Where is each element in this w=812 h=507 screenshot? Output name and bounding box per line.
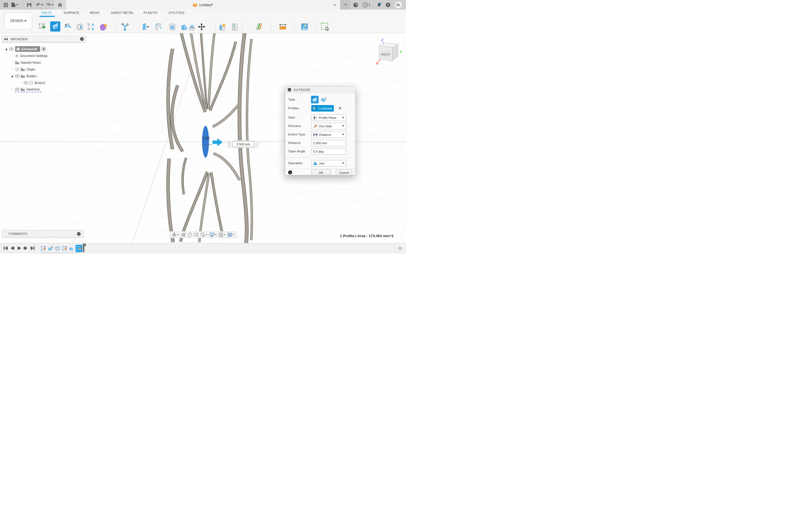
activate-radio-icon[interactable]	[42, 47, 46, 51]
timeline-step-back-button[interactable]	[10, 246, 14, 251]
offset-face-button[interactable]	[188, 22, 196, 31]
app-grid-icon[interactable]	[2, 0, 9, 10]
create-form-button[interactable]	[99, 22, 108, 31]
tab-surface[interactable]: SURFACE	[63, 11, 79, 15]
taper-angle-input[interactable]	[311, 148, 346, 155]
browser-header[interactable]: BROWSER –	[2, 36, 86, 42]
job-status-button[interactable]: 1	[361, 0, 372, 10]
combine-button[interactable]	[180, 22, 188, 31]
expand-icon[interactable]	[11, 68, 13, 70]
timeline-feature-extrude[interactable]	[48, 245, 53, 251]
notifications-button[interactable]	[375, 0, 383, 10]
shell-button[interactable]	[168, 22, 176, 31]
expand-icon[interactable]	[5, 48, 7, 50]
revolve-button[interactable]	[64, 22, 72, 31]
home-tab[interactable]	[54, 0, 66, 10]
expand-icon[interactable]	[11, 61, 13, 64]
tree-row-sketches[interactable]: Sketches	[11, 87, 42, 93]
cancel-button[interactable]: Cancel	[336, 170, 352, 175]
zoom-window-tool[interactable]	[200, 232, 207, 237]
workspace-selector[interactable]: DESIGN	[4, 12, 32, 29]
tree-row-origin[interactable]: Origin	[11, 66, 37, 72]
tab-mesh[interactable]: MESH	[90, 11, 99, 15]
expand-icon[interactable]	[11, 75, 13, 77]
display-settings[interactable]	[209, 233, 217, 237]
select-button[interactable]	[321, 22, 329, 31]
floating-distance-input[interactable]	[233, 142, 254, 147]
visibility-off-icon[interactable]	[15, 68, 19, 71]
new-component-button[interactable]	[218, 22, 227, 31]
grid-settings[interactable]	[219, 233, 225, 237]
undo-button[interactable]: ↶	[35, 0, 45, 10]
profiles-selected-button[interactable]: 1 selected	[311, 105, 334, 112]
tree-row-unsaved[interactable]: (Unsaved)	[5, 46, 48, 52]
selected-profile[interactable]	[202, 126, 209, 158]
document-tab[interactable]: Untitled* ×	[66, 0, 340, 10]
profile-center-handle[interactable]	[204, 144, 206, 147]
tree-row-document-settings[interactable]: ⚙ Document Settings	[11, 53, 49, 59]
timeline-feature-sketch-active[interactable]	[75, 245, 82, 252]
extrude-dialog-header[interactable]: – EXTRUDE	[285, 87, 355, 93]
close-tab-icon[interactable]: ×	[334, 2, 336, 7]
visibility-eye-icon[interactable]	[9, 48, 13, 50]
tree-row-body11[interactable]: Body11	[23, 80, 47, 86]
tree-row-named-views[interactable]: Named Views	[11, 60, 43, 65]
press-pull-button[interactable]	[142, 22, 150, 31]
comments-bar[interactable]: COMMENTS +	[2, 230, 84, 237]
pan-tool[interactable]	[188, 233, 192, 237]
clear-selection-icon[interactable]: ✕	[338, 106, 342, 110]
timeline-play-button[interactable]	[17, 246, 21, 251]
help-button[interactable]: ?	[384, 0, 392, 10]
expand-icon[interactable]	[11, 55, 13, 57]
timeline-feature-sketch1[interactable]	[41, 245, 46, 251]
dialog-collapse-icon[interactable]: –	[288, 88, 291, 92]
tab-sheet-metal[interactable]: SHEET METAL	[111, 11, 134, 15]
extensions-icon[interactable]	[352, 0, 359, 10]
account-avatar[interactable]: GL	[394, 0, 403, 10]
fillet-button[interactable]	[154, 22, 163, 31]
joint-button[interactable]	[231, 22, 239, 31]
extrude-drag-arrow[interactable]	[212, 138, 223, 147]
zoom-tool[interactable]: ±	[194, 232, 198, 237]
timeline-settings-gear-icon[interactable]: ⚙	[398, 246, 402, 251]
collapse-panel-icon[interactable]	[4, 38, 8, 41]
direction-dropdown[interactable]: One Side	[311, 123, 346, 129]
visibility-eye-icon[interactable]	[15, 75, 19, 77]
drag-handle[interactable]	[229, 142, 230, 147]
distance-input[interactable]	[311, 140, 346, 146]
save-button[interactable]	[26, 0, 32, 10]
view-cube[interactable]: RIGHT Z Y X	[375, 38, 403, 67]
timeline-step-forward-button[interactable]	[24, 246, 28, 251]
tab-plastic[interactable]: PLASTIC	[144, 11, 158, 15]
viewports-tool[interactable]	[227, 233, 235, 237]
automate-button[interactable]	[121, 22, 129, 31]
timeline-playhead[interactable]	[82, 244, 86, 253]
expand-icon[interactable]	[11, 89, 13, 91]
tree-row-bodies[interactable]: Bodies	[11, 73, 38, 79]
measure-button[interactable]	[278, 22, 287, 31]
timeline-feature-combine[interactable]	[68, 245, 74, 251]
pattern-button[interactable]	[87, 22, 95, 31]
tab-utilities[interactable]: UTILITIES	[168, 11, 185, 15]
visibility-eye-icon[interactable]	[15, 88, 19, 91]
move-copy-button[interactable]	[197, 22, 206, 31]
orbit-tool[interactable]	[172, 232, 179, 237]
tab-solid[interactable]: SOLID	[42, 11, 52, 15]
insert-button[interactable]	[300, 22, 309, 31]
timeline-go-to-end-button[interactable]	[31, 246, 35, 251]
more-options-icon[interactable]: ⋮	[256, 143, 259, 146]
browser-display-toggle-icon[interactable]: –	[80, 37, 84, 41]
extent-type-dropdown[interactable]: Distance	[311, 131, 346, 138]
type-solid-extrude-button[interactable]	[311, 96, 319, 103]
extrude-button[interactable]	[50, 21, 60, 32]
new-tab-button[interactable]: +	[341, 0, 350, 10]
add-comment-icon[interactable]: +	[77, 232, 81, 236]
type-thin-extrude-button[interactable]	[320, 96, 327, 103]
start-dropdown[interactable]: Profile Plane	[311, 114, 346, 121]
file-menu-button[interactable]	[11, 0, 19, 10]
redo-button[interactable]: ↷	[45, 0, 55, 10]
timeline-go-to-start-button[interactable]	[3, 246, 8, 251]
viewport[interactable]: 2.50 BROWSER – (Unsaved)	[0, 33, 406, 243]
ok-button[interactable]: OK	[311, 170, 331, 175]
construct-plane-button[interactable]	[255, 22, 263, 31]
